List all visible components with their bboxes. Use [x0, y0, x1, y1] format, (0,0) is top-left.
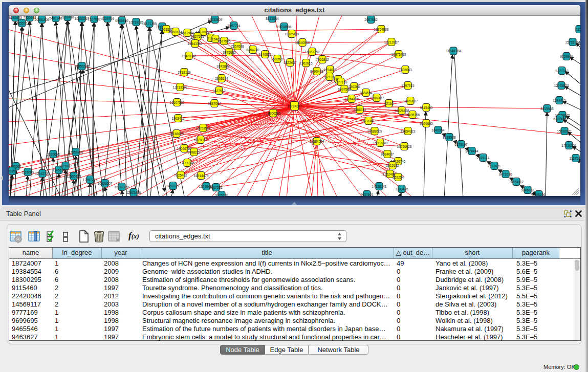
svg-text:20891406: 20891406 [35, 18, 50, 21]
svg-text:9777169: 9777169 [334, 80, 347, 84]
svg-text:10688609: 10688609 [367, 129, 382, 133]
svg-text:12213967: 12213967 [384, 40, 399, 44]
svg-text:3875685: 3875685 [223, 51, 236, 54]
svg-text:19166825: 19166825 [169, 132, 184, 136]
svg-text:17359928: 17359928 [69, 150, 83, 154]
svg-text:2087682: 2087682 [364, 18, 378, 21]
svg-text:7557224: 7557224 [227, 24, 241, 28]
svg-text:18300295: 18300295 [266, 112, 281, 115]
svg-text:20053346: 20053346 [75, 64, 90, 68]
svg-text:8698256: 8698256 [532, 193, 546, 196]
svg-text:1615132: 1615132 [386, 164, 399, 167]
svg-text:12505135: 12505135 [67, 174, 81, 178]
svg-text:7386312: 7386312 [353, 108, 366, 112]
svg-text:7485063: 7485063 [399, 68, 412, 72]
svg-text:9245652: 9245652 [521, 188, 534, 192]
svg-text:18495756: 18495756 [405, 113, 420, 117]
svg-text:2935114: 2935114 [477, 156, 490, 160]
svg-text:19218586: 19218586 [277, 25, 292, 29]
svg-text:15751074: 15751074 [565, 40, 580, 44]
svg-text:19384554: 19384554 [310, 140, 324, 143]
svg-text:6497568: 6497568 [338, 87, 351, 91]
svg-text:17016504: 17016504 [562, 144, 577, 147]
svg-text:11353594: 11353594 [196, 126, 211, 130]
svg-text:9084007: 9084007 [381, 152, 394, 156]
svg-text:1733426: 1733426 [395, 187, 408, 191]
svg-text:9887004: 9887004 [208, 102, 221, 105]
svg-text:9527505: 9527505 [217, 39, 231, 43]
svg-text:1167534: 1167534 [570, 157, 580, 160]
svg-text:10807467: 10807467 [369, 96, 384, 100]
svg-text:9242848: 9242848 [216, 64, 230, 68]
svg-text:5822037: 5822037 [284, 61, 297, 64]
svg-text:8215958: 8215958 [540, 107, 554, 111]
svg-text:14099346: 14099346 [180, 161, 195, 165]
svg-text:16543362: 16543362 [188, 42, 203, 46]
svg-text:10463627: 10463627 [403, 99, 418, 103]
svg-text:10025438: 10025438 [395, 109, 409, 113]
svg-text:10654112: 10654112 [509, 180, 524, 184]
svg-text:16107552: 16107552 [170, 101, 185, 104]
svg-text:1244415: 1244415 [553, 99, 566, 102]
svg-text:7625402: 7625402 [174, 173, 187, 177]
svg-text:9457721: 9457721 [166, 184, 180, 188]
svg-text:8454749: 8454749 [246, 48, 259, 52]
svg-text:16033809: 16033809 [208, 18, 223, 21]
svg-text:16782759: 16782759 [115, 185, 129, 189]
svg-text:9827505: 9827505 [191, 35, 204, 38]
svg-text:19654923: 19654923 [401, 129, 416, 133]
svg-text:22420046: 22420046 [182, 54, 197, 58]
svg-text:10756928: 10756928 [397, 145, 412, 148]
svg-text:5491946: 5491946 [49, 16, 62, 20]
svg-text:2020658: 2020658 [47, 152, 60, 156]
svg-text:16154808: 16154808 [374, 28, 389, 31]
svg-text:16961758: 16961758 [305, 50, 320, 54]
svg-text:1621022: 1621022 [323, 75, 336, 79]
svg-text:10973493: 10973493 [391, 53, 406, 56]
svg-text:4567281: 4567281 [209, 186, 223, 189]
svg-text:6279418: 6279418 [553, 117, 567, 121]
svg-text:9146821: 9146821 [258, 53, 272, 56]
svg-text:6794078: 6794078 [323, 68, 337, 72]
svg-text:8912954: 8912954 [181, 31, 194, 35]
svg-text:15692971: 15692971 [557, 129, 572, 133]
svg-text:1640954: 1640954 [431, 128, 445, 132]
svg-text:9227343: 9227343 [555, 69, 569, 73]
svg-text:8471676: 8471676 [499, 172, 512, 176]
svg-text:9699695: 9699695 [420, 122, 433, 125]
svg-text:12942737: 12942737 [35, 172, 50, 176]
svg-text:15807249: 15807249 [373, 141, 388, 145]
svg-text:8960124: 8960124 [169, 30, 182, 34]
svg-text:1112: 1112 [576, 28, 580, 31]
svg-text:9129966: 9129966 [560, 55, 573, 58]
svg-text:62160: 62160 [384, 102, 394, 105]
svg-text:252254: 252254 [393, 176, 404, 179]
svg-text:5878332: 5878332 [194, 138, 207, 142]
svg-text:15720407: 15720407 [361, 119, 376, 123]
svg-text:3824554: 3824554 [359, 91, 373, 95]
svg-text:16671355: 16671355 [142, 22, 157, 26]
svg-text:1115689: 1115689 [21, 170, 34, 174]
svg-text:8990448: 8990448 [310, 70, 323, 73]
svg-text:4539704: 4539704 [101, 17, 114, 20]
svg-text:9375710: 9375710 [215, 193, 228, 196]
svg-text:14055712: 14055712 [15, 21, 30, 25]
svg-text:3498222: 3498222 [187, 150, 201, 154]
svg-text:2110460: 2110460 [61, 16, 74, 19]
svg-text:2367608: 2367608 [231, 45, 244, 48]
svg-text:1297515: 1297515 [401, 84, 415, 87]
svg-text:12923446: 12923446 [126, 191, 141, 194]
svg-text:17957273: 17957273 [83, 178, 98, 182]
svg-text:18640910: 18640910 [295, 41, 310, 45]
svg-text:7637601: 7637601 [360, 193, 374, 196]
svg-text:11325419: 11325419 [285, 32, 299, 36]
svg-text:1588520: 1588520 [271, 57, 284, 61]
svg-text:6966160: 6966160 [115, 19, 128, 23]
svg-text:1362615: 1362615 [299, 61, 313, 65]
svg-text:1527602: 1527602 [88, 17, 101, 21]
svg-text:10958107: 10958107 [98, 182, 113, 185]
svg-text:10719185: 10719185 [129, 20, 144, 24]
svg-text:16648784: 16648784 [446, 49, 461, 53]
svg-text:9975887: 9975887 [59, 164, 72, 168]
svg-text:39159: 39159 [9, 169, 17, 173]
